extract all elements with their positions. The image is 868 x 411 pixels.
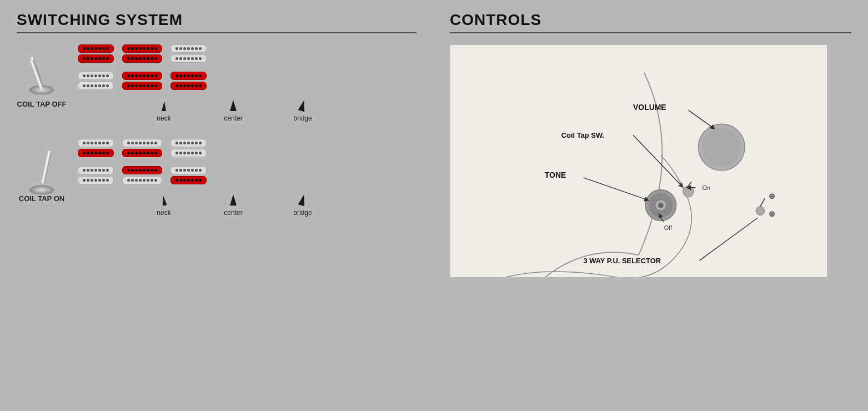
svg-marker-2 <box>162 101 166 111</box>
dot <box>154 47 157 50</box>
neck-on-indicator-svg <box>158 193 169 207</box>
svg-rect-1 <box>29 57 43 87</box>
bridge-label-off: bridge <box>278 99 328 122</box>
dot <box>183 169 186 172</box>
toggle-off-svg <box>28 50 56 94</box>
dot <box>139 47 142 50</box>
dot <box>199 179 202 182</box>
bridge-strip-2a <box>170 72 207 80</box>
bridge-pos-text: bridge <box>293 114 312 122</box>
dot <box>175 179 178 182</box>
dot <box>183 142 186 144</box>
dot <box>131 47 134 50</box>
dot <box>191 179 194 182</box>
center-on-block-1 <box>122 139 162 157</box>
dot <box>183 179 186 182</box>
dot <box>175 74 178 77</box>
dot <box>187 179 190 182</box>
dot <box>139 142 142 144</box>
svg-text:⊕: ⊕ <box>769 192 775 201</box>
center-block-2 <box>122 72 162 90</box>
dot <box>183 74 186 77</box>
dot <box>98 57 101 60</box>
svg-point-17 <box>658 203 664 208</box>
dot <box>139 74 142 77</box>
center-strip-2b <box>122 82 162 90</box>
dot <box>143 84 145 87</box>
dot <box>127 142 130 144</box>
dot <box>87 152 89 154</box>
dot <box>183 84 186 87</box>
neck-label-on: neck <box>139 193 189 217</box>
dot <box>131 152 134 154</box>
bridge-on-block-2 <box>170 166 207 184</box>
dot <box>131 57 134 60</box>
pickup-columns-off: neck center <box>78 44 417 122</box>
dot <box>106 152 109 154</box>
switching-system-panel: SWITCHING SYSTEM <box>0 0 433 411</box>
svg-point-6 <box>29 186 54 194</box>
pickup-row-2 <box>78 72 417 90</box>
pickup-columns-on: neck center <box>78 139 417 217</box>
bridge-indicator-svg <box>297 99 308 112</box>
dot <box>102 152 105 154</box>
coil-tap-off-row: COIL TAP OFF <box>17 44 417 122</box>
dot <box>175 84 178 87</box>
coil-tap-on-label: COIL TAP ON <box>19 194 64 203</box>
dot <box>187 74 190 77</box>
dot <box>131 84 134 87</box>
neck-strip-2b <box>78 82 114 90</box>
dot <box>187 169 190 172</box>
center-indicator-svg <box>228 99 239 112</box>
pickup-on-row-2 <box>78 166 417 184</box>
dot <box>135 47 138 50</box>
dot <box>143 74 145 77</box>
dot <box>83 57 86 60</box>
dot <box>195 74 198 77</box>
dot <box>135 74 138 77</box>
section-divider-left <box>17 32 417 33</box>
dot <box>179 179 182 182</box>
svg-text:⊕: ⊕ <box>769 209 775 218</box>
dot <box>106 84 109 87</box>
bridge-on-strip-2a <box>170 166 207 174</box>
dot <box>102 84 105 87</box>
svg-text:Off: Off <box>664 224 673 231</box>
svg-point-13 <box>702 128 741 167</box>
dot <box>175 152 178 154</box>
svg-marker-5 <box>298 99 308 112</box>
toggle-off-area: COIL TAP OFF <box>17 50 67 108</box>
center-label-on: center <box>208 193 258 217</box>
svg-text:On: On <box>702 184 710 191</box>
dot <box>127 74 130 77</box>
dot <box>187 47 190 50</box>
svg-text:VOLUME: VOLUME <box>633 103 666 112</box>
dot <box>102 179 105 182</box>
dot <box>179 47 182 50</box>
dot <box>150 179 153 182</box>
pickup-on-row-1 <box>78 139 417 157</box>
dot <box>187 142 190 144</box>
svg-point-20 <box>756 207 765 215</box>
dot <box>175 57 178 60</box>
dot <box>183 57 186 60</box>
dot <box>83 142 86 144</box>
bridge-strip-1b <box>170 54 207 63</box>
dot <box>187 84 190 87</box>
dot <box>143 179 145 182</box>
dot <box>191 152 194 154</box>
dot <box>143 57 145 60</box>
bridge-on-indicator-svg <box>297 193 308 207</box>
dot <box>195 84 198 87</box>
dot <box>91 179 93 182</box>
svg-text:Coil Tap SW.: Coil Tap SW. <box>561 131 604 139</box>
dot <box>147 57 149 60</box>
neck-strip-1b <box>78 54 114 63</box>
dot <box>98 74 101 77</box>
dot <box>94 152 97 154</box>
dot <box>195 179 198 182</box>
dot <box>154 179 157 182</box>
dot <box>91 57 93 60</box>
center-strip-2a <box>122 72 162 80</box>
coil-tap-off-group: COIL TAP OFF <box>17 44 417 122</box>
